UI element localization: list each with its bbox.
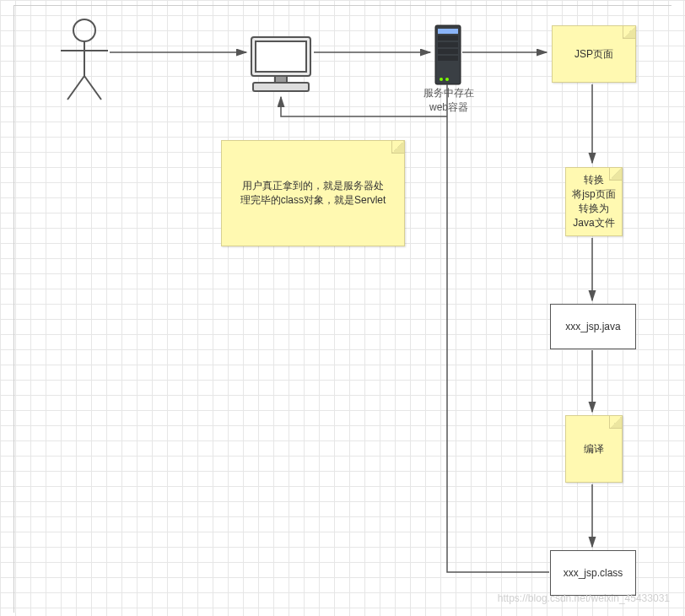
note-compile-text: 编译 (584, 442, 604, 457)
watermark-text: https://blog.csdn.net/weixin_45433031 (498, 592, 670, 604)
note-main-line2: 理完毕的class对象，就是Servlet (240, 193, 386, 208)
box-java-file: xxx_jsp.java (550, 304, 636, 349)
box-java-file-text: xxx_jsp.java (565, 320, 620, 334)
note-compile: 编译 (565, 415, 623, 483)
note-main-line1: 用户真正拿到的，就是服务器处 (240, 179, 386, 193)
box-class-file: xxx_jsp.class (550, 550, 636, 596)
note-convert-line1: 将jsp页面 (572, 187, 615, 202)
note-main: 用户真正拿到的，就是服务器处 理完毕的class对象，就是Servlet (221, 140, 405, 246)
note-jsp-page: JSP页面 (552, 25, 636, 83)
note-convert: 转换 将jsp页面 转换为 Java文件 (565, 167, 623, 236)
server-label-line1: 服务中存在 (422, 86, 476, 100)
note-convert-line2: 转换为 (579, 202, 609, 216)
server-label: 服务中存在 web容器 (422, 86, 476, 115)
box-class-file-text: xxx_jsp.class (564, 566, 623, 581)
note-jsp-page-text: JSP页面 (574, 47, 613, 62)
server-label-line2: web容器 (422, 100, 476, 115)
note-convert-line3: Java文件 (573, 216, 614, 230)
note-convert-title: 转换 (584, 173, 604, 187)
